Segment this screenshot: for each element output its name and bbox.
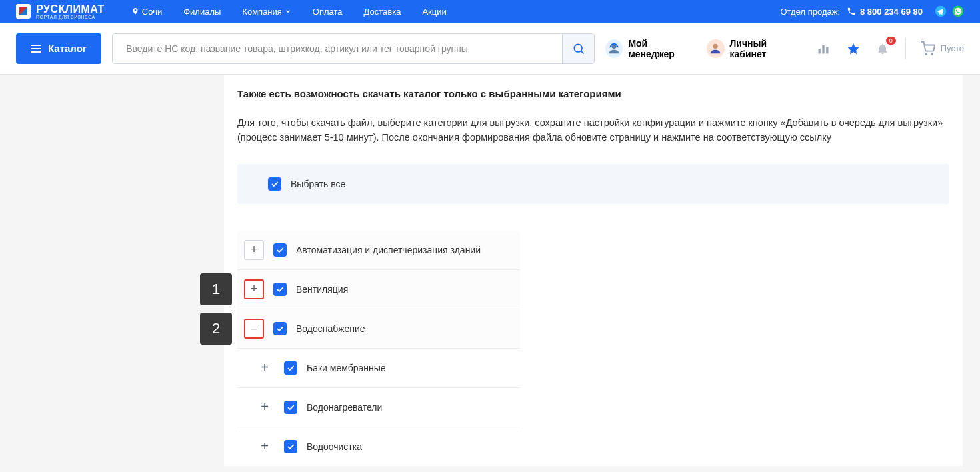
cart-icon (921, 41, 935, 56)
category-row: 1 + Вентиляция (237, 269, 520, 309)
manager-link[interactable]: Мой менеджер (605, 38, 692, 59)
top-nav: Сочи Филиалы Компания Оплата Доставка Ак… (131, 7, 781, 17)
logo-icon (16, 4, 31, 19)
favorites-button[interactable] (846, 41, 861, 57)
location-text: Сочи (142, 7, 162, 17)
category-row: 2 – Водоснабжение (237, 309, 520, 348)
account-link[interactable]: Личный кабинет (707, 38, 801, 59)
telegram-icon[interactable] (935, 5, 947, 17)
search-icon (572, 42, 585, 55)
account-label: Личный кабинет (730, 38, 801, 59)
sales-section: Отдел продаж: 8 800 234 69 80 (780, 5, 964, 17)
select-all-checkbox[interactable] (268, 177, 281, 191)
logo-sub-text: ПОРТАЛ ДЛЯ БИЗНЕСА (36, 15, 105, 19)
manager-label: Мой менеджер (628, 38, 692, 59)
svg-point-8 (925, 53, 927, 55)
cart-link[interactable]: Пусто (921, 41, 964, 56)
content: Также есть возможность скачать каталог т… (0, 75, 980, 466)
location-icon (131, 7, 139, 15)
expand-button[interactable]: + (255, 358, 275, 378)
expand-button[interactable]: + (255, 397, 275, 417)
category-checkbox[interactable] (273, 243, 287, 257)
phone-number: 8 800 234 69 80 (860, 7, 923, 17)
expand-button[interactable]: + (255, 437, 275, 457)
subcategory-checkbox[interactable] (284, 401, 297, 414)
catalog-button[interactable]: Каталог (16, 33, 101, 64)
account-avatar-icon (707, 39, 724, 58)
expand-button[interactable]: + (244, 279, 264, 299)
sales-label: Отдел продаж: (780, 7, 840, 17)
subcategory-row: + Водоочистка (237, 427, 520, 466)
category-label: Вентиляция (296, 284, 348, 295)
header-row: Каталог Мой менеджер Личный кабинет (0, 23, 980, 75)
section-heading: Также есть возможность скачать каталог т… (237, 88, 949, 99)
burger-icon (31, 45, 41, 53)
subcategory-label: Баки мембранные (307, 363, 386, 373)
main-panel: Также есть возможность скачать каталог т… (224, 75, 963, 466)
svg-point-9 (931, 53, 933, 55)
subcategory-checkbox[interactable] (284, 361, 297, 375)
phone-icon (847, 7, 856, 16)
subcategory-row: + Баки мембранные (237, 348, 520, 387)
cart-label: Пусто (941, 43, 964, 53)
check-icon (270, 179, 279, 189)
phone-link[interactable]: 8 800 234 69 80 (847, 7, 923, 17)
category-label: Водоснабжение (296, 323, 365, 334)
chevron-down-icon (285, 8, 291, 15)
svg-point-2 (574, 44, 582, 52)
subcategory-row: + Водонагреватели (237, 387, 520, 427)
category-list: + Автоматизация и диспетчеризация зданий… (237, 231, 520, 466)
section-description: Для того, чтобы скачать файл, выберите к… (237, 115, 949, 145)
subcategory-checkbox[interactable] (284, 440, 297, 453)
location-link[interactable]: Сочи (131, 7, 162, 17)
catalog-label: Каталог (48, 43, 87, 54)
callout-badge-1: 1 (200, 273, 232, 305)
select-all-label: Выбрать все (291, 179, 345, 189)
subcategory-label: Водоочистка (307, 441, 362, 452)
category-checkbox[interactable] (273, 283, 287, 296)
svg-point-4 (713, 43, 718, 48)
nav-company-label: Компания (242, 7, 282, 17)
chart-bar-icon (817, 42, 830, 55)
search-button[interactable] (562, 34, 594, 63)
expand-button[interactable]: + (244, 240, 264, 260)
nav-payment[interactable]: Оплата (313, 7, 343, 17)
logo-main-text: РУСКЛИМАТ (36, 4, 105, 15)
notifications-button[interactable]: 0 (875, 41, 891, 57)
check-icon (275, 324, 285, 333)
nav-promotions[interactable]: Акции (422, 7, 446, 17)
search-input[interactable] (113, 34, 562, 63)
top-bar: РУСКЛИМАТ ПОРТАЛ ДЛЯ БИЗНЕСА Сочи Филиал… (0, 0, 980, 23)
collapse-button[interactable]: – (244, 319, 264, 339)
whatsapp-icon[interactable] (952, 5, 964, 17)
divider (905, 38, 906, 59)
category-row: + Автоматизация и диспетчеризация зданий (237, 231, 520, 269)
check-icon (286, 403, 295, 412)
header-actions: Мой менеджер Личный кабинет 0 Пусто (605, 38, 964, 59)
category-checkbox[interactable] (273, 322, 287, 335)
select-all-box: Выбрать все (237, 164, 949, 204)
category-label: Автоматизация и диспетчеризация зданий (296, 245, 481, 255)
subcategory-label: Водонагреватели (307, 402, 382, 413)
notifications-badge: 0 (886, 37, 896, 45)
nav-company[interactable]: Компания (242, 7, 291, 17)
sidebar-gap (16, 75, 224, 466)
check-icon (275, 245, 285, 255)
check-icon (275, 285, 285, 294)
check-icon (286, 442, 295, 451)
svg-rect-6 (823, 45, 825, 54)
nav-delivery[interactable]: Доставка (364, 7, 401, 17)
svg-rect-7 (826, 47, 828, 53)
logo[interactable]: РУСКЛИМАТ ПОРТАЛ ДЛЯ БИЗНЕСА (16, 4, 105, 19)
stats-button[interactable] (816, 41, 831, 57)
callout-badge-2: 2 (200, 313, 232, 345)
check-icon (286, 363, 295, 373)
svg-rect-5 (819, 49, 821, 54)
manager-avatar-icon (605, 39, 623, 58)
star-icon (847, 42, 860, 55)
nav-branches[interactable]: Филиалы (183, 7, 221, 17)
search-wrap (112, 33, 595, 64)
